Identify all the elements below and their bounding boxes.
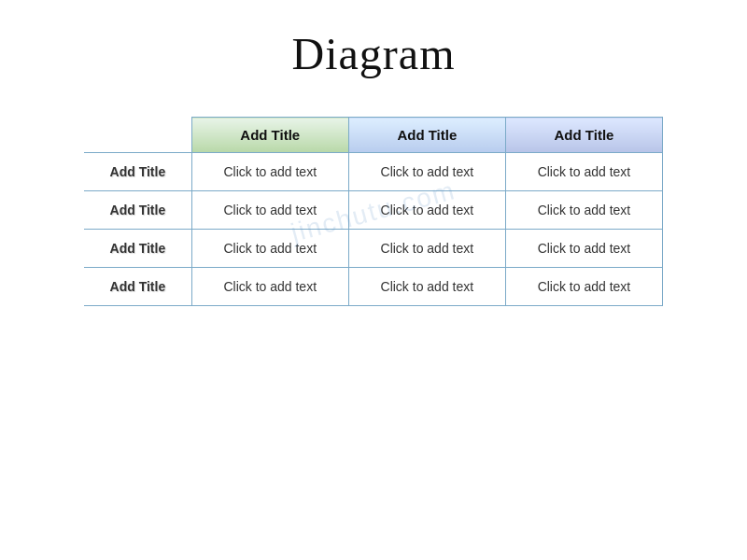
row-1-cell1[interactable]: Click to add text [191, 191, 348, 230]
table-row: Add TitleClick to add textClick to add t… [84, 268, 663, 306]
header-col1[interactable]: Add Title [191, 118, 348, 153]
row-3-cell3[interactable]: Click to add text [505, 268, 662, 306]
table-row: Add TitleClick to add textClick to add t… [84, 191, 663, 230]
row-3-cell1[interactable]: Click to add text [191, 268, 348, 306]
row-0-cell2[interactable]: Click to add text [348, 153, 505, 191]
table-row: Add TitleClick to add textClick to add t… [84, 230, 663, 268]
row-0-cell1[interactable]: Click to add text [191, 153, 348, 191]
row-1-cell2[interactable]: Click to add text [348, 191, 505, 230]
diagram-table: Add Title Add Title Add Title Add TitleC… [84, 117, 663, 306]
diagram-table-wrapper: jinchutu.com Add Title Add Title Add Tit… [84, 117, 663, 306]
header-empty-cell [84, 118, 191, 153]
row-2-cell3[interactable]: Click to add text [505, 230, 662, 268]
table-row: Add TitleClick to add textClick to add t… [84, 153, 663, 191]
row-title-3[interactable]: Add Title [84, 268, 191, 306]
row-2-cell2[interactable]: Click to add text [348, 230, 505, 268]
row-title-1[interactable]: Add Title [84, 191, 191, 230]
header-col2[interactable]: Add Title [348, 118, 505, 153]
row-title-2[interactable]: Add Title [84, 230, 191, 268]
row-1-cell3[interactable]: Click to add text [505, 191, 662, 230]
row-2-cell1[interactable]: Click to add text [191, 230, 348, 268]
header-col3[interactable]: Add Title [505, 118, 662, 153]
header-row: Add Title Add Title Add Title [84, 118, 663, 153]
row-0-cell3[interactable]: Click to add text [505, 153, 662, 191]
page-title[interactable]: Diagram [292, 28, 456, 79]
row-3-cell2[interactable]: Click to add text [348, 268, 505, 306]
row-title-0[interactable]: Add Title [84, 153, 191, 191]
page: Diagram jinchutu.com Add Title Add Title… [0, 0, 747, 560]
